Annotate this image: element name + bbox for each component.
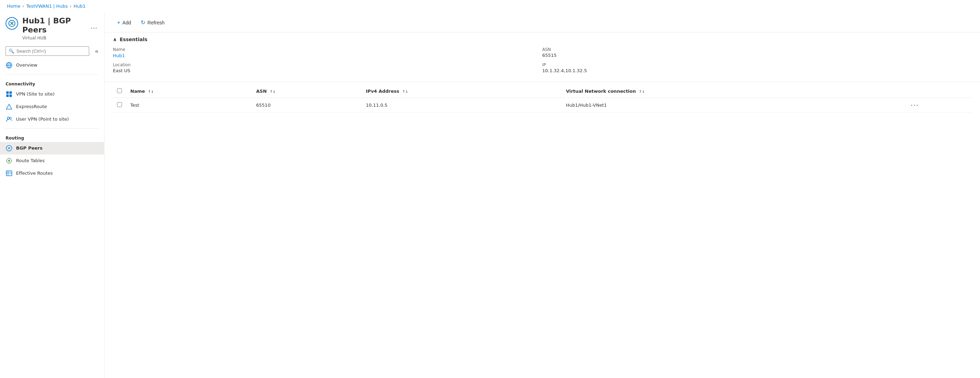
sort-vnet-icon: ↑↓ (639, 90, 645, 94)
effectiveroutes-label: Effective Routes (16, 171, 52, 176)
row-select-checkbox[interactable] (117, 102, 122, 107)
row-more-cell: ··· (907, 98, 972, 113)
uservpn-label: User VPN (Point to site) (16, 116, 69, 122)
svg-point-9 (7, 117, 10, 119)
col-vnet[interactable]: Virtual Network connection ↑↓ (562, 85, 907, 98)
svg-rect-18 (6, 171, 12, 176)
routetables-label: Route Tables (16, 158, 45, 163)
add-button[interactable]: + Add (113, 18, 135, 28)
essentials-location-value: East US (113, 68, 542, 73)
triangle-icon (6, 103, 13, 110)
col-asn[interactable]: ASN ↑↓ (252, 85, 362, 98)
effectiveroutes-icon (6, 170, 13, 177)
essentials-name-value[interactable]: Hub1 (113, 53, 125, 58)
col-name[interactable]: Name ↑↓ (126, 85, 252, 98)
essentials-header[interactable]: ∧ Essentials (113, 32, 972, 46)
sidebar-item-vpn[interactable]: VPN (Site to site) (0, 88, 104, 100)
table-row: Test 65510 10.11.0.5 Hub1/Hub1-VNet1 ··· (113, 98, 972, 113)
svg-marker-8 (6, 104, 12, 109)
expressroute-label: ExpressRoute (16, 104, 47, 109)
page-subtitle: Virtual HUB (22, 35, 85, 40)
refresh-icon: ↻ (141, 19, 145, 26)
essentials-ip: IP 10.1.32.4,10.1.32.5 (542, 61, 972, 76)
row-checkbox-cell (113, 98, 126, 113)
essentials-ip-value: 10.1.32.4,10.1.32.5 (542, 68, 972, 73)
essentials-asn-label: ASN (542, 47, 972, 52)
essentials-location-label: Location (113, 62, 542, 67)
row-more-button[interactable]: ··· (911, 102, 919, 109)
essentials-chevron-icon: ∧ (113, 37, 117, 42)
svg-point-15 (9, 163, 10, 164)
search-input[interactable] (16, 48, 86, 54)
nav-overview[interactable]: Overview (0, 59, 104, 72)
svg-point-10 (10, 117, 11, 119)
more-options-button[interactable]: ··· (89, 23, 99, 34)
sidebar-item-bgppeers[interactable]: BGP Peers (0, 142, 104, 155)
row-name: Test (126, 98, 252, 113)
add-icon: + (117, 19, 120, 26)
toolbar: + Add ↻ Refresh (105, 12, 980, 32)
breadcrumb: Home › TestVWAN1 | Hubs › Hub1 (0, 0, 980, 12)
select-all-checkbox[interactable] (117, 88, 122, 93)
essentials-location: Location East US (113, 61, 542, 76)
sidebar: Hub1 | BGP Peers Virtual HUB ··· 🔍 « O (0, 12, 105, 378)
svg-rect-6 (6, 94, 9, 97)
collapse-sidebar-button[interactable]: « (92, 46, 101, 56)
people-icon (6, 116, 13, 123)
routetable-icon (6, 157, 13, 164)
essentials-section: ∧ Essentials Name Hub1 ASN 65515 Locatio… (105, 32, 980, 82)
essentials-name: Name Hub1 (113, 46, 542, 61)
svg-point-14 (9, 158, 10, 159)
table-header-checkbox (113, 85, 126, 98)
page-icon (6, 17, 18, 30)
svg-point-16 (6, 160, 7, 161)
essentials-asn-value: 65515 (542, 53, 972, 58)
essentials-title: Essentials (119, 37, 147, 42)
table-section: Name ↑↓ ASN ↑↓ IPv4 Address ↑↓ Virtual (105, 85, 980, 113)
grid-icon (6, 91, 13, 97)
sidebar-item-effectiveroutes[interactable]: Effective Routes (0, 167, 104, 180)
col-ipv4[interactable]: IPv4 Address ↑↓ (362, 85, 562, 98)
sort-name-icon: ↑↓ (148, 90, 154, 94)
sort-asn-icon: ↑↓ (270, 90, 275, 94)
breadcrumb-home[interactable]: Home (7, 3, 20, 9)
bgp-peers-table: Name ↑↓ ASN ↑↓ IPv4 Address ↑↓ Virtual (113, 85, 972, 113)
col-actions (907, 85, 972, 98)
row-asn: 65510 (252, 98, 362, 113)
refresh-button[interactable]: ↻ Refresh (137, 17, 169, 28)
row-ipv4: 10.11.0.5 (362, 98, 562, 113)
bgp-icon (6, 145, 13, 152)
svg-point-17 (11, 160, 12, 161)
sort-ipv4-icon: ↑↓ (402, 90, 408, 94)
svg-rect-7 (10, 94, 12, 97)
table-header-row: Name ↑↓ ASN ↑↓ IPv4 Address ↑↓ Virtual (113, 85, 972, 98)
overview-label: Overview (16, 62, 37, 68)
svg-rect-5 (10, 91, 12, 94)
connectivity-section-label: Connectivity (0, 77, 104, 88)
sidebar-item-routetables[interactable]: Route Tables (0, 155, 104, 167)
essentials-asn: ASN 65515 (542, 46, 972, 61)
svg-point-13 (8, 160, 10, 162)
sidebar-item-expressroute[interactable]: ExpressRoute (0, 100, 104, 113)
row-vnet: Hub1/Hub1-VNet1 (562, 98, 907, 113)
essentials-ip-label: IP (542, 62, 972, 67)
breadcrumb-hub[interactable]: Hub1 (73, 3, 86, 9)
page-title: Hub1 | BGP Peers (22, 16, 85, 35)
search-box[interactable]: 🔍 (6, 46, 89, 56)
routing-section-label: Routing (0, 131, 104, 142)
page-header: Hub1 | BGP Peers Virtual HUB ··· (0, 12, 104, 46)
search-icon: 🔍 (9, 48, 14, 54)
svg-rect-4 (6, 91, 9, 94)
breadcrumb-vwan[interactable]: TestVWAN1 | Hubs (26, 3, 68, 9)
bgppeers-label: BGP Peers (16, 145, 43, 151)
sidebar-item-uservpn[interactable]: User VPN (Point to site) (0, 113, 104, 126)
globe-icon (6, 62, 13, 69)
essentials-name-label: Name (113, 47, 542, 52)
vpn-label: VPN (Site to site) (16, 91, 55, 97)
main-content: + Add ↻ Refresh ∧ Essentials Name Hub1 A… (105, 12, 980, 378)
